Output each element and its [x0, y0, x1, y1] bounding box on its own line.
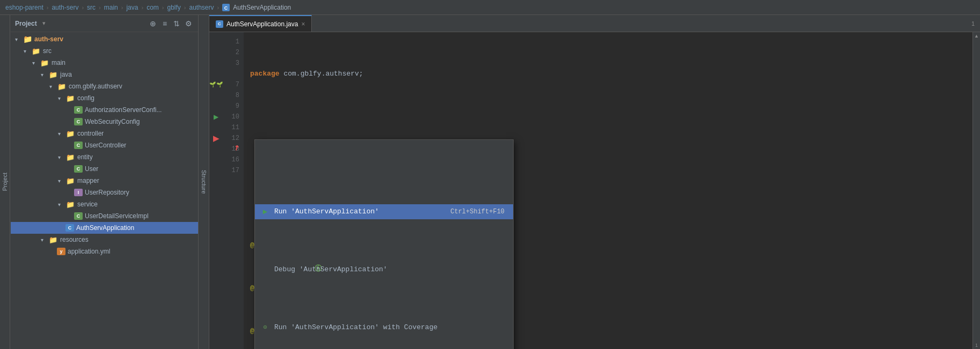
tree-item-service[interactable]: ▾ 📁 service — [11, 198, 209, 210]
ctx-run-shortcut: Ctrl+Shift+F10 — [450, 206, 504, 217]
tree-item-config[interactable]: ▾ 📁 config — [11, 92, 209, 104]
ctx-run-label: Run 'AuthServApplication' — [274, 206, 446, 217]
bc-current: AuthServApplication — [233, 4, 291, 11]
debug-icon — [260, 254, 270, 286]
gutter-icons: 🌱 🌱 ▶ ▶ — [209, 32, 222, 349]
bc-gblfy[interactable]: gblfy — [167, 4, 180, 11]
svg-text:C: C — [224, 5, 228, 11]
scope-icon[interactable]: ⊕ — [149, 19, 157, 28]
tree-item-entity[interactable]: ▾ 📁 entity — [11, 151, 209, 163]
tree-item-resources[interactable]: ▾ 📁 resources — [11, 234, 209, 246]
tree-item-user-repository[interactable]: I UserRepository — [11, 187, 209, 198]
expand-icon[interactable]: ⇅ — [172, 19, 181, 28]
editor-area: C AuthServApplication.java × 1 — [209, 15, 980, 349]
context-menu-item-run[interactable]: ▶ Run 'AuthServApplication' Ctrl+Shift+F… — [255, 204, 513, 219]
tab-bar: C AuthServApplication.java × 1 — [209, 15, 980, 32]
sidebar-title: Project — [15, 20, 37, 27]
bc-sep-4: › — [121, 4, 123, 11]
bc-sep-6: › — [162, 4, 164, 11]
bc-com[interactable]: com — [147, 4, 159, 11]
tab-auth-serv-application[interactable]: C AuthServApplication.java × — [209, 15, 312, 32]
bean-icon-line8: 🌱 🌱 — [209, 79, 222, 90]
project-vertical-tab[interactable]: Project — [2, 173, 8, 191]
bc-src[interactable]: src — [87, 4, 96, 11]
gear-icon[interactable]: ⚙ — [184, 19, 193, 28]
bc-auth-serv[interactable]: auth-serv — [52, 4, 78, 11]
tree-item-authserver-config[interactable]: C AuthorizationServerConfi... — [11, 104, 209, 116]
bc-sep-2: › — [82, 4, 84, 11]
code-lines: package com.gblfy.authserv; import ... @… — [244, 32, 972, 349]
bc-java[interactable]: java — [126, 4, 138, 11]
bc-sep-5: › — [141, 4, 143, 11]
tree-item-websecurity-config[interactable]: C WebSecurityConfig — [11, 116, 209, 128]
tree-item-mapper[interactable]: ▾ 📁 mapper — [11, 175, 209, 187]
bc-eshop-parent[interactable]: eshop-parent — [5, 4, 43, 11]
bc-sep-3: › — [99, 4, 101, 11]
context-menu-item-debug[interactable]: Debug 'AuthServApplication' — [255, 262, 513, 277]
tree-item-user-detail-service[interactable]: C UserDetailServiceImpl — [11, 210, 209, 222]
code-line-1: package com.gblfy.authserv; — [250, 69, 972, 79]
right-scrollbar[interactable]: ▲ 1 — [972, 32, 980, 349]
structure-vertical-tab[interactable]: Structure — [201, 170, 207, 194]
tree-item-java[interactable]: ▾ 📁 java — [11, 69, 209, 80]
coverage-icon: ⊙ — [260, 322, 270, 333]
breadcrumb: eshop-parent › auth-serv › src › main › … — [0, 0, 980, 15]
tree-item-auth-serv-app[interactable]: C AuthServApplication — [11, 222, 209, 234]
ctx-coverage-label: Run 'AuthServApplication' with Coverage — [274, 322, 504, 333]
bc-authserv[interactable]: authserv — [189, 4, 214, 11]
tab-file-icon: C — [216, 20, 223, 28]
bc-sep-7: › — [184, 4, 186, 11]
bc-sep-8: › — [217, 4, 220, 11]
tree-item-controller[interactable]: ▾ 📁 controller — [11, 128, 209, 139]
compact-icon[interactable]: ≡ — [160, 19, 169, 28]
bc-sep-1: › — [47, 4, 49, 11]
code-editor[interactable]: 🌱 🌱 ▶ ▶ 1 2 3 — [209, 32, 980, 349]
tree-item-package[interactable]: ▾ 📁 com.gblfy.authserv — [11, 80, 209, 92]
line-number-indicator: 1 — [966, 15, 980, 32]
run-icon: ▶ — [260, 206, 270, 217]
tree-item-application-yml[interactable]: y application.yml — [11, 246, 209, 257]
ctx-debug-label: Debug 'AuthServApplication' — [274, 264, 504, 275]
line-count-indicator: 1 — [975, 343, 978, 348]
sidebar-controls: ⊕ ≡ ⇅ ⚙ − — [149, 19, 204, 28]
project-tree[interactable]: ▾ 📁 auth-serv ▾ 📁 src ▾ 📁 main — [11, 32, 209, 349]
sidebar-panel: Project Project ▾ ⊕ ≡ ⇅ ⚙ − — [0, 15, 209, 349]
tree-item-auth-serv[interactable]: ▾ 📁 auth-serv — [11, 33, 209, 45]
sidebar-header: Project ▾ ⊕ ≡ ⇅ ⚙ − — [11, 15, 209, 32]
tree-item-main[interactable]: ▾ 📁 main — [11, 57, 209, 69]
tab-label: AuthServApplication.java — [226, 20, 298, 28]
line-numbers: 1 2 3 7 8 9 10 11 12 13 16 17 — [222, 32, 244, 349]
scroll-indicator: ▲ — [974, 33, 979, 39]
context-menu: ↗ ▶ Run 'AuthServApplication' Ctrl+Shift… — [254, 139, 514, 349]
code-line-2 — [250, 112, 972, 122]
tree-item-user[interactable]: C User — [11, 163, 209, 175]
bc-main[interactable]: main — [104, 4, 118, 11]
run-icon-line11[interactable]: ▶ — [209, 112, 222, 122]
tree-item-user-controller[interactable]: C UserController — [11, 139, 209, 151]
tab-close-button[interactable]: × — [301, 20, 305, 28]
context-menu-item-coverage[interactable]: ⊙ Run 'AuthServApplication' with Coverag… — [255, 320, 513, 335]
java-file-icon: C — [222, 4, 230, 11]
project-dropdown-arrow[interactable]: ▾ — [42, 20, 46, 27]
tree-item-src[interactable]: ▾ 📁 src — [11, 45, 209, 57]
run-icon-line13[interactable]: ▶ — [209, 133, 222, 144]
